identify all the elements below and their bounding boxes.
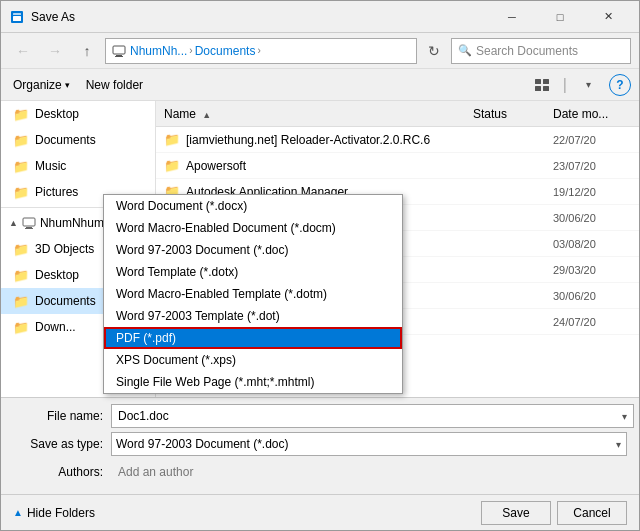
filetype-dropdown: Word Document (*.docx)Word Macro-Enabled…	[103, 194, 403, 394]
file-icon-0: 📁	[164, 132, 180, 147]
svg-rect-8	[535, 86, 541, 91]
dialog-footer: ▲ Hide Folders Save Cancel	[1, 494, 639, 530]
column-name[interactable]: Name ▲	[156, 107, 469, 121]
navigation-toolbar: ← → ↑ NhumNh... › Documents › ↻ 🔍 Search…	[1, 33, 639, 69]
pc-icon	[22, 216, 36, 230]
title-bar: Save As ─ □ ✕	[1, 1, 639, 33]
hide-folders-toggle[interactable]: ▲ Hide Folders	[13, 506, 95, 520]
folder-icon-desktop-top: 📁	[13, 107, 29, 122]
computer-icon	[112, 44, 126, 58]
file-date-4: 03/08/20	[549, 238, 639, 250]
organize-label: Organize	[13, 78, 62, 92]
file-date-3: 30/06/20	[549, 212, 639, 224]
table-row[interactable]: 📁 Apowersoft 23/07/20	[156, 153, 639, 179]
minimize-button[interactable]: ─	[489, 3, 535, 31]
dropdown-item-1[interactable]: Word Macro-Enabled Document (*.docm)	[104, 217, 402, 239]
view-separator: |	[563, 76, 567, 94]
organize-button[interactable]: Organize ▾	[9, 73, 74, 97]
up-button[interactable]: ↑	[73, 37, 101, 65]
svg-rect-4	[116, 55, 122, 56]
sidebar-label-desktop-nhum: Desktop	[35, 268, 79, 282]
dropdown-item-4[interactable]: Word Macro-Enabled Template (*.dotm)	[104, 283, 402, 305]
maximize-button[interactable]: □	[537, 3, 583, 31]
section-chevron: ▲	[9, 218, 18, 228]
sidebar-item-documents-top[interactable]: 📁 Documents	[1, 127, 155, 153]
svg-rect-9	[543, 86, 549, 91]
cancel-button[interactable]: Cancel	[557, 501, 627, 525]
dropdown-item-2[interactable]: Word 97-2003 Document (*.doc)	[104, 239, 402, 261]
search-placeholder: Search Documents	[476, 44, 578, 58]
back-button[interactable]: ←	[9, 37, 37, 65]
authors-row: Authors:	[13, 460, 627, 484]
filename-label: File name:	[13, 409, 103, 423]
svg-rect-1	[13, 16, 21, 21]
breadcrumb: NhumNh... › Documents ›	[130, 44, 261, 58]
file-item-name: 📁 [iamviethung.net] Reloader-Activator.2…	[156, 132, 469, 147]
folder-icon-downloads-nhum: 📁	[13, 320, 29, 335]
svg-rect-11	[26, 227, 32, 228]
crumb-chevron-1: ›	[189, 45, 192, 56]
filename-row: File name: ▾	[13, 404, 627, 428]
dropdown-item-6[interactable]: PDF (*.pdf)	[104, 327, 402, 349]
svg-rect-7	[543, 79, 549, 84]
search-box[interactable]: 🔍 Search Documents	[451, 38, 631, 64]
sidebar-label-documents-nhum: Documents	[35, 294, 96, 308]
file-date-0: 22/07/20	[549, 134, 639, 146]
column-date[interactable]: Date mo...	[549, 107, 639, 121]
sidebar-label-pictures-top: Pictures	[35, 185, 78, 199]
file-list-header: Name ▲ Status Date mo...	[156, 101, 639, 127]
sort-arrow: ▲	[202, 110, 211, 120]
actions-bar: Organize ▾ New folder | ▾ ?	[1, 69, 639, 101]
dropdown-item-7[interactable]: XPS Document (*.xps)	[104, 349, 402, 371]
svg-rect-10	[23, 218, 35, 226]
sidebar-label-music-top: Music	[35, 159, 66, 173]
file-icon-1: 📁	[164, 158, 180, 173]
type-select-input[interactable]	[111, 432, 627, 456]
crumb-nhumnh[interactable]: NhumNh...	[130, 44, 187, 58]
refresh-button[interactable]: ↻	[421, 38, 447, 64]
table-row[interactable]: 📁 [iamviethung.net] Reloader-Activator.2…	[156, 127, 639, 153]
crumb-chevron-2: ›	[257, 45, 260, 56]
help-button[interactable]: ?	[609, 74, 631, 96]
organize-chevron: ▾	[65, 80, 70, 90]
bottom-form: File name: ▾ Save as type: ▾ Authors:	[1, 397, 639, 494]
sidebar-label-downloads-nhum: Down...	[35, 320, 76, 334]
file-name-0: [iamviethung.net] Reloader-Activator.2.0…	[186, 133, 430, 147]
forward-button[interactable]: →	[41, 37, 69, 65]
svg-rect-12	[25, 228, 33, 229]
saveastype-label: Save as type:	[13, 437, 103, 451]
crumb-documents[interactable]: Documents	[195, 44, 256, 58]
address-bar[interactable]: NhumNh... › Documents ›	[105, 38, 417, 64]
view-arrow-button[interactable]: ▾	[575, 72, 601, 98]
file-date-5: 29/03/20	[549, 264, 639, 276]
view-button[interactable]	[529, 72, 555, 98]
sidebar-label-3d-objects: 3D Objects	[35, 242, 94, 256]
type-select-wrapper[interactable]: ▾	[111, 432, 627, 456]
file-name-1: Apowersoft	[186, 159, 246, 173]
dropdown-item-3[interactable]: Word Template (*.dotx)	[104, 261, 402, 283]
file-item-name: 📁 Apowersoft	[156, 158, 469, 173]
saveastype-row: Save as type: ▾	[13, 432, 627, 456]
filename-input[interactable]	[111, 404, 634, 428]
sidebar-label-desktop-top: Desktop	[35, 107, 79, 121]
authors-input[interactable]	[111, 460, 627, 484]
file-date-7: 24/07/20	[549, 316, 639, 328]
svg-rect-5	[115, 56, 123, 57]
sidebar-item-music-top[interactable]: 📁 Music	[1, 153, 155, 179]
view-icon	[534, 77, 550, 93]
new-folder-button[interactable]: New folder	[82, 73, 147, 97]
svg-rect-3	[113, 46, 125, 54]
dropdown-item-5[interactable]: Word 97-2003 Template (*.dot)	[104, 305, 402, 327]
folder-icon-music-top: 📁	[13, 159, 29, 174]
dropdown-item-8[interactable]: Single File Web Page (*.mht;*.mhtml)	[104, 371, 402, 393]
hide-folders-label: Hide Folders	[27, 506, 95, 520]
close-button[interactable]: ✕	[585, 3, 631, 31]
hide-folders-chevron: ▲	[13, 507, 23, 518]
authors-label: Authors:	[13, 465, 103, 479]
save-button[interactable]: Save	[481, 501, 551, 525]
sidebar-item-desktop-top[interactable]: 📁 Desktop	[1, 101, 155, 127]
dropdown-item-0[interactable]: Word Document (*.docx)	[104, 195, 402, 217]
folder-icon-pictures-top: 📁	[13, 185, 29, 200]
form-container: Word Document (*.docx)Word Macro-Enabled…	[1, 397, 639, 494]
column-status[interactable]: Status	[469, 107, 549, 121]
